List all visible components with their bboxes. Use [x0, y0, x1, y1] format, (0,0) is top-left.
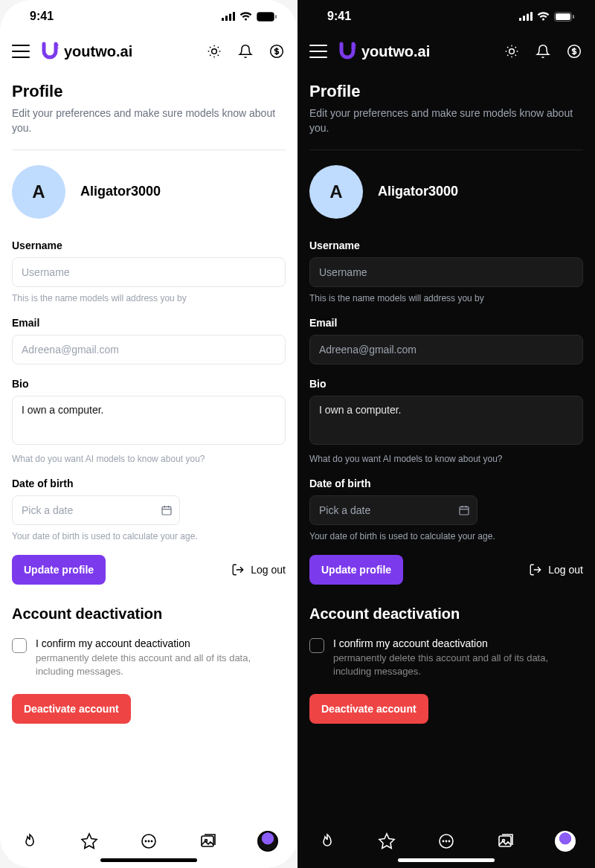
page-subtitle: Edit your preferences and make sure mode… — [12, 106, 286, 136]
divider — [12, 150, 286, 150]
bio-field: Bio What do you want AI models to know a… — [309, 378, 583, 464]
avatar-small-icon — [555, 831, 576, 852]
username-field: Username This is the name models will ad… — [12, 239, 286, 303]
logout-button[interactable]: Log out — [529, 563, 583, 576]
email-label: Email — [12, 317, 286, 329]
deactivation-confirm-sub: permanently delete this account and all … — [333, 652, 583, 680]
avatar[interactable]: A — [12, 165, 65, 219]
tab-profile[interactable] — [257, 831, 278, 852]
deactivation-checkbox[interactable] — [309, 638, 324, 653]
username-label: Username — [309, 239, 583, 251]
actions-row: Update profile Log out — [12, 555, 286, 585]
tab-profile[interactable] — [555, 831, 576, 852]
email-label: Email — [309, 317, 583, 329]
email-field: Email — [12, 317, 286, 364]
tab-chat[interactable] — [138, 831, 159, 852]
brand-mark-icon: 2 — [42, 42, 61, 61]
page-title: Profile — [12, 82, 286, 101]
cellular-icon — [519, 12, 533, 21]
menu-button[interactable] — [309, 45, 327, 58]
update-profile-button[interactable]: Update profile — [12, 555, 106, 585]
bio-field: Bio What do you want AI models to know a… — [12, 378, 286, 464]
bio-hint: What do you want AI models to know about… — [309, 454, 583, 464]
brand-mark-icon: 2 — [339, 42, 358, 61]
logout-button[interactable]: Log out — [231, 563, 286, 576]
chat-icon — [140, 832, 158, 850]
star-icon — [378, 832, 396, 850]
calendar-icon[interactable] — [161, 504, 173, 516]
bio-input[interactable] — [309, 396, 583, 445]
bell-icon — [238, 44, 253, 59]
update-profile-button[interactable]: Update profile — [309, 555, 403, 585]
brand-name: youtwo.ai — [361, 43, 430, 60]
logout-label: Log out — [548, 564, 583, 576]
bio-input[interactable] — [12, 396, 286, 445]
username-hint: This is the name models will address you… — [309, 293, 583, 303]
fire-icon — [318, 832, 336, 850]
tab-fire[interactable] — [19, 831, 40, 852]
dob-field: Date of birth Your date of birth is used… — [12, 478, 286, 541]
dob-label: Date of birth — [12, 478, 286, 489]
dob-input[interactable] — [12, 495, 180, 525]
tab-star[interactable] — [376, 831, 397, 852]
wifi-icon — [239, 12, 252, 21]
username-input[interactable] — [309, 257, 583, 287]
svg-point-12 — [145, 840, 146, 841]
menu-button[interactable] — [12, 45, 30, 58]
status-time: 9:41 — [327, 10, 351, 23]
billing-button[interactable] — [565, 42, 583, 60]
tab-fire[interactable] — [317, 831, 338, 852]
tab-gallery[interactable] — [198, 831, 219, 852]
billing-button[interactable] — [268, 42, 286, 60]
avatar[interactable]: A — [309, 165, 363, 219]
avatar-initial: A — [32, 181, 45, 202]
svg-rect-27 — [460, 507, 469, 515]
gallery-icon — [497, 832, 515, 850]
dob-hint: Your date of birth is used to calculate … — [12, 531, 286, 541]
svg-point-29 — [443, 840, 443, 841]
tab-gallery[interactable] — [495, 831, 516, 852]
deactivation-title: Account deactivation — [12, 605, 286, 623]
dob-label: Date of birth — [309, 478, 583, 489]
email-input[interactable] — [12, 335, 286, 364]
status-time: 9:41 — [30, 10, 54, 23]
fire-icon — [21, 832, 39, 850]
notifications-button[interactable] — [237, 42, 254, 60]
bio-label: Bio — [12, 378, 286, 390]
dollar-circle-icon — [567, 44, 582, 59]
email-input[interactable] — [309, 335, 583, 364]
brand-logo[interactable]: 2 youtwo.ai — [42, 42, 132, 61]
display-name: Aligator3000 — [80, 184, 161, 199]
sun-icon — [207, 44, 222, 59]
deactivation-checkbox[interactable] — [12, 638, 27, 653]
screen-dark: 9:41 2 youtwo.ai Profile — [298, 0, 595, 868]
theme-toggle-button[interactable] — [503, 42, 521, 60]
logout-icon — [231, 563, 245, 576]
notifications-button[interactable] — [534, 42, 552, 60]
display-name: Aligator3000 — [378, 184, 458, 199]
cellular-icon — [222, 12, 235, 21]
deactivate-account-button[interactable]: Deactivate account — [309, 694, 428, 724]
svg-rect-3 — [233, 12, 235, 21]
status-icons — [519, 12, 574, 22]
calendar-icon[interactable] — [458, 504, 470, 516]
logout-icon — [529, 563, 542, 576]
svg-rect-22 — [556, 13, 570, 20]
gallery-icon — [199, 832, 217, 850]
deactivation-confirm-sub: permanently delete this account and all … — [36, 652, 286, 680]
deactivate-account-button[interactable]: Deactivate account — [12, 694, 131, 724]
brand-logo[interactable]: 2 youtwo.ai — [339, 42, 430, 61]
tab-star[interactable] — [79, 831, 100, 852]
dob-input[interactable] — [309, 495, 477, 525]
theme-toggle-button[interactable] — [205, 42, 223, 60]
home-indicator — [100, 858, 197, 862]
divider — [309, 150, 583, 150]
tab-chat[interactable] — [436, 831, 457, 852]
content: Profile Edit your preferences and make s… — [0, 70, 298, 820]
star-icon — [80, 832, 98, 850]
username-input[interactable] — [12, 257, 286, 287]
svg-point-31 — [448, 840, 449, 841]
svg-point-25 — [509, 49, 515, 54]
screen-light: 9:41 2 youtwo.ai Profile — [0, 0, 298, 868]
deactivation-confirm-row: I confirm my account deactivation perman… — [12, 637, 286, 680]
